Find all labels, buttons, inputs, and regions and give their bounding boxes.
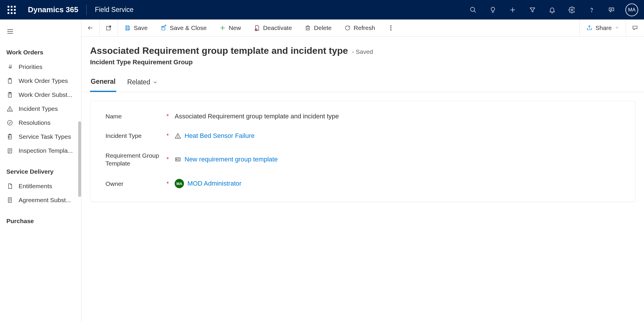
incident-type-link[interactable]: Heat Bed Sensor Failure (185, 132, 255, 140)
svg-point-5 (591, 11, 592, 12)
owner-link[interactable]: MOD Administrator (187, 180, 242, 187)
field-value: Associated Requirement group template an… (175, 113, 339, 120)
clipboard-icon (6, 77, 13, 84)
new-label: New (229, 24, 241, 31)
sidebar-scrollbar-thumb[interactable] (78, 121, 81, 197)
warning-icon (6, 105, 13, 112)
req-group-link[interactable]: New requirement group template (185, 156, 278, 163)
lightbulb-icon[interactable] (483, 0, 503, 19)
sidebar-item-label: Agreement Subst... (19, 197, 71, 204)
tab-related[interactable]: Related (127, 75, 158, 92)
more-vertical-icon (387, 25, 394, 31)
app-launcher-icon[interactable] (8, 6, 16, 14)
sidebar-item-label: Priorities (19, 63, 42, 70)
sidebar-item-priorities[interactable]: Priorities (0, 60, 81, 74)
sidebar-item-work-order-types[interactable]: Work Order Types (0, 74, 81, 88)
field-name[interactable]: Name * Associated Requirement group temp… (105, 112, 620, 120)
share-button[interactable]: Share (580, 19, 626, 36)
svg-point-20 (8, 136, 10, 138)
tab-row: General Related (81, 75, 644, 92)
sidebar-item-resolutions[interactable]: Resolutions (0, 116, 81, 130)
sidebar-item-label: Work Order Types (19, 77, 68, 84)
list-icon (6, 147, 13, 154)
deactivate-button[interactable]: Deactivate (247, 19, 298, 36)
sidebar-item-incident-types[interactable]: Incident Types (0, 102, 81, 116)
entity-name: Incident Type Requirement Group (90, 58, 635, 66)
delete-label: Delete (314, 24, 332, 31)
required-marker: * (167, 180, 175, 187)
tab-label: General (91, 78, 116, 86)
svg-point-4 (571, 9, 573, 11)
deactivate-label: Deactivate (263, 24, 292, 31)
gear-icon[interactable] (562, 0, 582, 19)
warning-icon (175, 133, 181, 139)
svg-point-17 (8, 120, 12, 125)
sidebar-item-label: Resolutions (19, 119, 51, 126)
field-label: Requirement Group Template (105, 152, 167, 168)
svg-rect-32 (126, 26, 128, 27)
tab-general[interactable]: General (90, 75, 116, 92)
sidebar-item-inspection-templates[interactable]: Inspection Templa... (0, 144, 81, 158)
field-incident-type[interactable]: Incident Type * Heat Bed Sensor Failure (105, 132, 620, 140)
new-button[interactable]: New (213, 19, 247, 36)
brand-name[interactable]: Dynamics 365 (28, 5, 78, 14)
required-marker: * (167, 113, 175, 120)
saved-status: - Saved (352, 48, 373, 55)
required-marker: * (167, 132, 175, 139)
svg-rect-33 (126, 28, 128, 30)
filter-icon[interactable] (523, 0, 542, 19)
save-close-button[interactable]: Save & Close (154, 19, 213, 36)
sidebar-group-work-orders: Work Orders (0, 45, 81, 60)
save-close-label: Save & Close (170, 24, 207, 31)
field-owner[interactable]: Owner * MA MOD Administrator (105, 179, 620, 188)
owner-avatar: MA (175, 179, 184, 188)
open-new-window-button[interactable] (100, 19, 118, 36)
refresh-label: Refresh (354, 24, 375, 31)
search-icon[interactable] (463, 0, 483, 19)
nav-divider (86, 5, 87, 15)
field-label: Incident Type (105, 132, 167, 140)
chevron-down-icon (615, 24, 619, 31)
sidebar-item-entitlements[interactable]: Entitlements (0, 179, 81, 193)
form-area: Name * Associated Requirement group temp… (81, 92, 644, 211)
overflow-button[interactable] (382, 19, 400, 36)
sidebar-item-service-task-types[interactable]: Service Task Types (0, 130, 81, 144)
task-icon (6, 133, 13, 140)
assistant-icon[interactable] (602, 0, 621, 19)
svg-point-44 (178, 137, 178, 138)
sidebar-item-label: Incident Types (19, 105, 58, 112)
field-value: Heat Bed Sensor Failure (175, 132, 255, 140)
sidebar-item-agreement-subst[interactable]: Agreement Subst... (0, 193, 81, 207)
refresh-button[interactable]: Refresh (338, 19, 382, 36)
document-icon (6, 183, 13, 190)
priorities-icon (6, 63, 13, 70)
chevron-down-icon (153, 80, 158, 85)
sidebar-item-label: Entitlements (19, 183, 52, 190)
svg-point-16 (10, 110, 10, 111)
app-name[interactable]: Field Service (95, 6, 133, 14)
sidebar-group-purchase: Purchase (0, 214, 81, 229)
hamburger-icon[interactable] (0, 24, 81, 45)
main-content: Save Save & Close New Deactivate Delete … (81, 19, 644, 322)
field-requirement-group-template[interactable]: Requirement Group Template * New require… (105, 152, 620, 168)
help-icon[interactable] (582, 0, 602, 19)
user-avatar[interactable]: MA (625, 3, 638, 16)
plus-icon[interactable] (503, 0, 523, 19)
back-button[interactable] (81, 19, 99, 36)
sidebar-item-work-order-subst[interactable]: Work Order Subst... (0, 88, 81, 102)
command-bar: Save Save & Close New Deactivate Delete … (81, 19, 644, 37)
sidebar-item-label: Inspection Templa... (19, 147, 73, 154)
svg-line-31 (109, 26, 111, 28)
document-lines-icon (6, 197, 13, 204)
chat-panel-button[interactable] (626, 19, 644, 36)
name-text: Associated Requirement group template an… (175, 113, 339, 120)
bell-icon[interactable] (542, 0, 562, 19)
svg-point-46 (176, 159, 178, 160)
delete-button[interactable]: Delete (298, 19, 338, 36)
field-label: Name (105, 112, 167, 120)
sidebar: Work Orders Priorities Work Order Types … (0, 19, 81, 322)
page-header: Associated Requirement group template an… (81, 37, 644, 66)
check-circle-icon (6, 119, 13, 126)
field-value: MA MOD Administrator (175, 179, 242, 188)
save-button[interactable]: Save (118, 19, 154, 36)
